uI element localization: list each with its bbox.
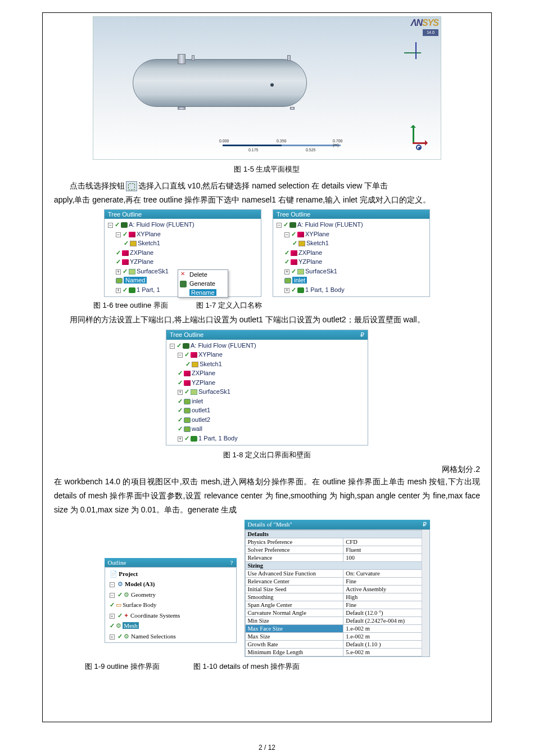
tree-item[interactable]: wall [192,425,202,432]
table-row[interactable]: Curvature Normal AngleDefault (12.0 °) [245,609,429,616]
table-row[interactable]: SmoothingHigh [245,593,429,601]
tree-item[interactable]: 1 Part, 1 Body [198,435,238,442]
tree-item[interactable]: ZXPlane [130,249,153,256]
tree-outline-right: Tree Outline −✓A: Fluid Flow (FLUENT) −✓… [273,209,430,297]
table-row[interactable]: Minimum Edge Length5.e-002 m [245,648,429,656]
menu-item-rename[interactable]: Rename [178,288,228,297]
tree-item-selected[interactable]: Named [124,277,147,284]
tree-item[interactable]: YZPlane [298,258,322,265]
panel-header: Details of "Mesh"₽ [245,520,430,529]
table-row[interactable]: Max Size1.e-002 m [245,632,429,640]
context-menu: Delete Generate Rename [178,269,228,298]
table-row[interactable]: Initial Size SeedActive Assembly [245,585,429,593]
tree-item[interactable]: SurfaceSk1 [305,268,337,274]
details-of-mesh-panel: Details of "Mesh"₽ DefaultsPhysics Prefe… [245,520,430,657]
scale-tick: 0.175 [248,148,259,152]
menu-item-delete[interactable]: Delete [178,270,228,279]
tree-outline-left: Tree Outline −✓A: Fluid Flow (FLUENT) −✓… [104,209,261,297]
tree-item[interactable]: 1 Part, 1 [137,286,160,293]
tree-item[interactable]: Project [119,570,138,577]
tree-item[interactable]: Sketch1 [138,240,160,246]
menu-item-generate[interactable]: Generate [178,279,228,288]
body-paragraph: apply,单击 generate,再在 tree outline 操作界面下选… [54,193,480,207]
page-number: 2 / 12 [0,744,534,752]
table-row[interactable]: Solver PreferenceFluent [245,546,429,554]
figure-caption: 图 1-7 定义入口名称 [196,300,262,310]
scale-bar: 0.000 0.350 0.700 (m) 0.175 0.525 [223,139,341,151]
view-cube-icon [404,42,427,65]
tree-item[interactable]: Sketch1 [200,361,222,367]
tree-item[interactable]: XYPlane [305,231,329,237]
scale-tick: 0.700 (m) [333,139,343,147]
tree-outline-full: Tree Outline₽ −✓A: Fluid Flow (FLUENT) −… [166,330,368,446]
support-icon [290,107,295,110]
body-paragraph: 用同样的方法设置上下端出口,将上端出口设置为 outlet1 下端出口设置为 o… [54,313,480,327]
tree-item[interactable]: A: Fluid Flow (FLUENT) [129,221,194,228]
nozzle-icon [192,55,194,61]
tree-item[interactable]: inlet [192,398,203,404]
tree-item[interactable]: Sketch1 [306,240,329,246]
panel-header: Outline? [105,558,237,567]
tree-item[interactable]: Surface Body [123,601,156,608]
ansys-version-badge: 14.0 [423,29,438,36]
tree-item-selected[interactable]: inlet [292,277,307,284]
table-row[interactable]: Min SizeDefault (2.2427e-004 m) [245,616,429,624]
nozzle-icon [287,55,291,61]
tree-item[interactable]: 1 Part, 1 Body [305,286,345,293]
flange-icon [178,54,185,64]
ansys-logo: ΛNSYS [411,18,438,28]
table-row[interactable]: Defaults [245,530,429,538]
table-row[interactable]: Max Face Size1.e-002 m [245,624,429,632]
scale-tick: 0.000 [219,139,229,143]
ansys-viewport: ΛNSYS 14.0 0.000 0.350 0.700 (m) 0.175 0… [93,16,441,160]
tree-item[interactable]: outlet2 [192,416,210,423]
tree-item[interactable]: Geometry [131,591,156,598]
tree-item[interactable]: XYPlane [137,231,161,237]
table-row[interactable]: Sizing [245,561,429,569]
tree-item[interactable]: outlet1 [192,407,210,413]
tree-item[interactable]: YZPlane [192,379,215,386]
outline-panel: Outline? 📄 Project − ⚙ Model (A3) − ✓⚙ G… [105,558,237,657]
axis-triad-icon [400,125,428,154]
tree-item[interactable]: XYPlane [198,351,223,358]
panel-header: Tree Outline [105,210,261,219]
body-paragraph: 点击线选择按钮选择入口直线 v10,然后右键选择 named selection… [54,179,480,193]
tree-item[interactable]: SurfaceSk1 [137,268,169,274]
tree-item[interactable]: A: Fluid Flow (FLUENT) [191,342,256,349]
figure-caption: 图 1-6 tree outline 界面 [93,300,168,310]
tree-item[interactable]: Named Selections [131,633,176,640]
figure-caption: 图 1-10 details of mesh 操作界面 [193,662,300,672]
tree-item[interactable]: ZXPlane [192,370,215,376]
panel-header: Tree Outline₽ [166,330,368,340]
line-select-icon [126,181,137,191]
panel-header: Tree Outline [273,210,429,219]
tree-item-selected[interactable]: Mesh [123,622,138,629]
table-row[interactable]: Relevance CenterFine [245,577,429,585]
body-paragraph: 在 workbench 14.0 的项目视图区中,双击 mesh,进入网格划分操… [54,475,480,518]
scale-tick: 0.350 [277,139,287,143]
pivot-icon [270,83,274,87]
tree-item[interactable]: Model (A3) [125,580,155,587]
table-row[interactable]: Use Advanced Size FunctionOn: Curvature [245,569,429,577]
table-row[interactable]: Physics PreferenceCFD [245,538,429,546]
tree-item[interactable]: Coordinate Systems [130,612,180,619]
scrollbar[interactable] [422,530,429,656]
tree-item[interactable]: SurfaceSk1 [198,388,230,395]
scale-tick: 0.525 [306,148,316,152]
section-heading: 网格划分.2 [54,465,480,475]
table-row[interactable]: Relevance100 [245,554,429,561]
table-row[interactable]: Growth RateDefault (1.10 ) [245,640,429,648]
figure-caption: 图 1-8 定义出口界面和壁面 [54,450,480,460]
figure-caption: 图 1-9 outline 操作界面 [85,662,160,672]
vessel-model [133,59,307,107]
tree-item[interactable]: A: Fluid Flow (FLUENT) [297,221,363,228]
support-icon [178,107,185,110]
table-row[interactable]: Span Angle CenterFine [245,601,429,609]
tree-item[interactable]: ZXPlane [298,249,322,256]
figure-caption: 图 1-5 生成平面模型 [54,164,480,174]
tree-item[interactable]: YZPlane [130,258,153,265]
